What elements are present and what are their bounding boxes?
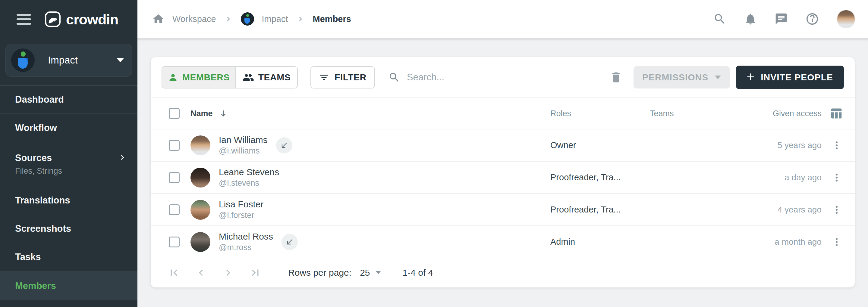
member-avatar <box>190 232 210 252</box>
row-menu-kebab-icon[interactable] <box>831 236 843 248</box>
row-checkbox[interactable] <box>169 172 180 183</box>
home-icon[interactable] <box>152 13 164 25</box>
member-username: @l.forster <box>219 211 264 220</box>
person-icon <box>168 72 178 82</box>
member-given-access: a day ago <box>731 173 822 182</box>
member-given-access: 5 years ago <box>731 141 822 150</box>
member-roles: Admin <box>532 237 632 247</box>
member-username: @l.stevens <box>219 179 279 188</box>
sidebar-item-translations[interactable]: Translations <box>0 186 137 215</box>
first-page-icon[interactable] <box>167 266 180 279</box>
member-name[interactable]: Leane Stevens <box>219 167 279 177</box>
sidebar-item-dashboard[interactable]: Dashboard <box>0 86 137 114</box>
table-header: Name Roles Teams Given access <box>151 98 855 129</box>
tab-members[interactable]: MEMBERS <box>162 67 236 88</box>
pagination-range: 1-4 of 4 <box>403 268 433 278</box>
chevron-right-icon <box>296 14 305 24</box>
last-page-icon[interactable] <box>249 266 261 279</box>
project-name: Impact <box>48 55 78 66</box>
sidebar-nav: Dashboard Workflow Sources Files, String… <box>0 85 137 300</box>
permissions-button[interactable]: PERMISSIONS <box>633 66 730 89</box>
search-icon <box>388 71 400 83</box>
row-menu-kebab-icon[interactable] <box>831 204 843 216</box>
filter-button[interactable]: FILTER <box>310 66 375 89</box>
member-row[interactable]: Ian Williams @i.williams Owner 5 years a… <box>151 129 855 162</box>
top-bar: crowdin Workspace Impact Members <box>0 0 868 38</box>
member-name[interactable]: Lisa Foster <box>219 199 264 209</box>
search-input[interactable] <box>407 72 606 83</box>
arrow-south-west-icon <box>285 238 294 246</box>
sort-descending-icon[interactable] <box>219 109 228 118</box>
breadcrumb-current-page: Members <box>313 14 351 24</box>
invite-people-button[interactable]: + INVITE PEOPLE <box>736 66 844 89</box>
sidebar-item-tasks[interactable]: Tasks <box>0 243 137 271</box>
member-avatar <box>190 200 210 220</box>
top-bar-icons <box>713 10 855 28</box>
row-checkbox[interactable] <box>169 140 180 151</box>
help-icon[interactable] <box>805 12 819 26</box>
breadcrumb-workspace[interactable]: Workspace <box>173 14 216 24</box>
breadcrumb-project-avatar <box>241 12 254 26</box>
chevron-down-icon <box>375 271 381 274</box>
crowdin-logo-text: crowdin <box>66 11 118 28</box>
messages-chat-icon[interactable] <box>775 12 788 26</box>
brand-area: crowdin <box>0 0 137 38</box>
row-checkbox[interactable] <box>169 204 180 215</box>
column-header-name[interactable]: Name <box>190 109 228 118</box>
member-roles: Proofreader, Tra... <box>532 172 632 182</box>
search-box <box>388 71 610 83</box>
member-row[interactable]: Michael Ross @m.ross Admin a month ago <box>151 226 855 258</box>
member-username: @m.ross <box>219 243 273 252</box>
column-header-roles: Roles <box>532 109 632 118</box>
sidebar-item-sources[interactable]: Sources Files, Strings <box>0 142 137 186</box>
search-icon[interactable] <box>713 12 726 26</box>
chevron-down-icon <box>715 75 721 79</box>
members-card: MEMBERS TEAMS FILTER <box>151 57 855 287</box>
crowdin-logo[interactable]: crowdin <box>44 10 118 28</box>
sidebar-item-members[interactable]: Members <box>0 271 137 300</box>
notifications-bell-icon[interactable] <box>744 12 757 26</box>
previous-page-icon[interactable] <box>195 266 207 279</box>
member-avatar <box>190 168 210 187</box>
project-selector[interactable]: Impact <box>5 44 132 77</box>
members-teams-tabs: MEMBERS TEAMS <box>161 66 298 89</box>
chevron-right-icon <box>118 152 127 164</box>
row-menu-kebab-icon[interactable] <box>831 139 843 151</box>
breadcrumb: Workspace Impact Members <box>152 12 351 26</box>
select-all-checkbox[interactable] <box>169 108 180 119</box>
breadcrumb-project[interactable]: Impact <box>262 14 288 24</box>
project-avatar <box>11 48 35 72</box>
member-row[interactable]: Lisa Foster @l.forster Proofreader, Tra.… <box>151 194 855 226</box>
user-avatar[interactable] <box>837 10 855 28</box>
next-page-icon[interactable] <box>222 266 235 279</box>
sidebar-item-screenshots[interactable]: Screenshots <box>0 215 137 243</box>
pagination-bar: Rows per page: 25 1-4 of 4 <box>151 258 855 287</box>
member-name[interactable]: Ian Williams <box>219 135 268 145</box>
menu-icon[interactable] <box>17 14 31 25</box>
tab-teams[interactable]: TEAMS <box>236 67 297 88</box>
sidebar: Impact Dashboard Workflow Sources Files,… <box>0 38 137 307</box>
crowdin-members-page: crowdin Workspace Impact Members <box>0 0 868 307</box>
member-given-access: 4 years ago <box>731 205 822 215</box>
rows-per-page-label: Rows per page: <box>288 268 351 278</box>
row-checkbox[interactable] <box>169 237 180 247</box>
main-content: MEMBERS TEAMS FILTER <box>137 38 868 307</box>
table-columns-icon[interactable] <box>830 107 843 120</box>
top-bar-main: Workspace Impact Members <box>137 0 868 38</box>
member-username: @i.williams <box>219 146 268 156</box>
arrow-south-west-icon <box>280 141 288 149</box>
member-roles: Owner <box>532 140 632 150</box>
filter-icon <box>319 72 329 82</box>
column-header-given-access: Given access <box>731 109 822 118</box>
sidebar-item-sources-sublabel: Files, Strings <box>15 166 137 176</box>
login-as-badge[interactable] <box>281 234 298 250</box>
login-as-badge[interactable] <box>276 137 292 154</box>
delete-trash-icon[interactable] <box>610 71 623 84</box>
sidebar-item-workflow[interactable]: Workflow <box>0 114 137 142</box>
rows-per-page-select[interactable]: 25 <box>360 268 381 278</box>
member-name[interactable]: Michael Ross <box>219 232 273 241</box>
member-row[interactable]: Leane Stevens @l.stevens Proofreader, Tr… <box>151 162 855 194</box>
group-icon <box>243 72 254 83</box>
column-header-teams: Teams <box>632 109 731 118</box>
row-menu-kebab-icon[interactable] <box>831 172 843 183</box>
